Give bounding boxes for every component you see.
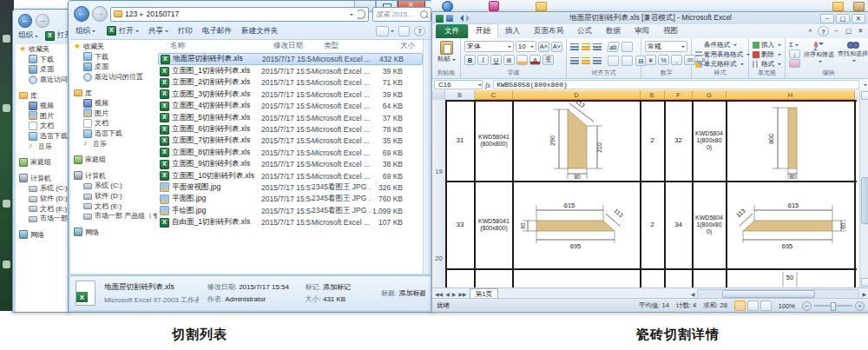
cell-f19[interactable]: 32 [666,102,691,179]
sidebar-item-pictures[interactable]: 图片 [70,109,157,119]
sidebar-item-share[interactable]: 市场一部 产品组（专用） [70,211,157,221]
spreadsheet-grid[interactable]: 19 20 31 KWD58041(800x800) 2 32 KWD58041… [432,100,860,287]
minimize-button[interactable]: − [820,14,834,23]
column-header-e[interactable]: E [641,90,665,100]
sidebar-item-drive-d[interactable]: 软件 (D:) [16,194,69,204]
tab-data[interactable]: 数据 [599,24,628,38]
insert-sheet-tab[interactable] [501,290,510,298]
desktop-shortcut-icon[interactable] [3,35,10,43]
cell-e19[interactable]: 2 [641,102,663,179]
sidebar-item-pictures[interactable]: 图片 [16,111,69,122]
file-list[interactable]: 名称 修改日期 类型 大小 地面层切割砖列表.xls 2015/7/17 15:… [158,40,423,274]
print-button[interactable]: 打印 [178,26,193,36]
sidebar-item-recent[interactable]: 最近访问的位置 [16,75,69,85]
scrollbar-vertical[interactable] [423,40,431,274]
folder-tree-background[interactable]: 收藏夹 下载 桌面 最近访问的位置 库 视频 图片 文档 迅雷下载 音乐 家庭组… [16,44,69,312]
forward-icon[interactable] [36,14,49,28]
file-row[interactable]: 立面图_2切割砖列表.xls 2015/7/17 15:54 Microsoft… [158,77,423,89]
column-header-h[interactable]: H [727,90,855,100]
page-layout-view-icon[interactable] [747,300,759,311]
column-header-g[interactable]: G [693,90,727,100]
select-all-corner[interactable] [432,90,445,100]
sidebar-item-desktop[interactable]: 桌面 [70,62,157,72]
sidebar-item-music[interactable]: 音乐 [70,138,157,149]
views-icon[interactable] [376,26,389,36]
sidebar-item-videos[interactable]: 视频 [70,98,157,109]
accounting-format-icon[interactable]: ¥ [645,55,656,65]
workbook-minimize-icon[interactable]: − [832,26,841,35]
delete-cells-button[interactable]: 删除 [753,50,781,59]
sidebar-item-libraries[interactable]: 库 [16,90,69,101]
column-header-f[interactable]: F [665,90,693,100]
scroll-down-icon[interactable] [861,278,868,287]
normal-view-icon[interactable] [734,300,746,311]
zoom-in-icon[interactable]: + [855,301,865,311]
back-icon[interactable] [18,14,32,28]
paste-button[interactable]: 粘贴 [437,55,456,63]
email-button[interactable]: 电子邮件 [202,26,232,36]
desktop-shortcut-icon[interactable] [3,261,10,268]
share-button[interactable]: 共享 [148,26,168,36]
format-cells-button[interactable]: 格式 [753,59,781,69]
explorer-window[interactable]: 123 ▸ 20150717 搜索 2015... 组织 打开 共享 打印 电子… [68,0,433,313]
cell-f20[interactable]: 34 [666,182,691,267]
sidebar-item-network[interactable]: 网络 [70,228,157,238]
font-color-icon[interactable]: A [529,55,541,65]
file-row[interactable]: 立面图_3切割砖列表.xls 2015/7/17 15:54 Microsoft… [158,89,423,100]
address-bar[interactable]: 123 ▸ 20150717 [110,7,369,22]
tab-insert[interactable]: 插入 [498,24,527,38]
open-button[interactable]: 打开 [105,26,139,36]
restore-button[interactable]: ▢ [836,14,850,23]
tab-page-layout[interactable]: 页面布局 [527,24,570,38]
organize-button[interactable]: 组织 [76,26,95,36]
font-size-select[interactable]: 10 [516,41,536,52]
page-break-view-icon[interactable] [760,300,772,311]
search-input[interactable]: 搜索 2015... [372,7,431,22]
column-header-size[interactable]: 大小 [383,41,415,51]
scrollbar-thumb[interactable] [722,290,815,298]
workbook-restore-icon[interactable]: ▢ [844,26,853,35]
cell-styles-button[interactable]: 单元格样式 [695,59,745,69]
column-header-name[interactable]: 名称 [158,41,273,51]
sidebar-item-favorites[interactable]: 收藏夹 [70,42,157,52]
zoom-out-icon[interactable]: − [802,301,812,311]
row-header-19[interactable]: 19 [432,168,445,175]
sidebar-item-desktop[interactable]: 桌面 [16,64,69,75]
folder-icon[interactable] [832,2,844,11]
tab-file[interactable]: 文件 [436,24,468,38]
shrink-font-icon[interactable]: A˅ [551,42,562,52]
breadcrumb-segment[interactable]: 20150717 [146,10,179,18]
open-button[interactable]: 打开 [43,30,70,41]
row-header-20[interactable]: 20 [432,254,445,262]
insert-cells-button[interactable]: 插入 [753,40,781,50]
align-center-icon[interactable] [582,57,590,64]
tab-home[interactable]: 开始 [468,23,498,39]
file-row[interactable]: 立面图_9切割砖列表.xls 2015/7/17 15:54 Microsoft… [158,159,423,170]
cell-g19[interactable]: KWD58041(800x800) [694,102,725,179]
percent-style-icon[interactable]: % [658,55,669,65]
refresh-icon[interactable] [356,10,365,19]
scrollbar-vertical[interactable] [859,90,868,287]
sort-filter-button[interactable]: A Z 排序和筛选 [804,41,834,64]
folder-icon[interactable] [536,2,547,11]
zoom-slider[interactable] [814,305,852,307]
orientation-icon[interactable]: ab [607,42,621,52]
align-right-icon[interactable] [593,57,602,64]
sidebar-item-documents[interactable]: 文档 [16,121,69,131]
file-row[interactable]: 平面图.jpg 2015/7/17 15:54 2345看图王 JPG ... … [158,194,423,205]
sidebar-item-libraries[interactable]: 库 [70,88,157,98]
column-header-c[interactable]: C [475,90,513,100]
last-sheet-icon[interactable]: ▶▶ [458,291,466,297]
next-sheet-icon[interactable]: ▶ [452,291,457,297]
minimize-ribbon-icon[interactable]: ˄ [806,26,815,35]
file-row[interactable]: 立面图_1切割砖列表.xls 2015/7/17 15:54 Microsoft… [158,65,423,76]
clear-icon[interactable] [789,59,800,68]
scrollbar-split-icon[interactable]: ◀ [691,291,695,297]
sidebar-item-share[interactable]: 市场一部 产品组（专用） [16,214,69,224]
sidebar-item-homegroup[interactable]: 家庭组 [70,155,157,165]
file-row[interactable]: 立面图_5切割砖列表.xls 2015/7/17 15:54 Microsoft… [158,112,423,123]
close-button[interactable]: ✕ [852,14,865,23]
back-icon[interactable] [74,6,89,22]
app-icon[interactable] [489,1,499,11]
help-icon[interactable]: ? [414,26,425,36]
